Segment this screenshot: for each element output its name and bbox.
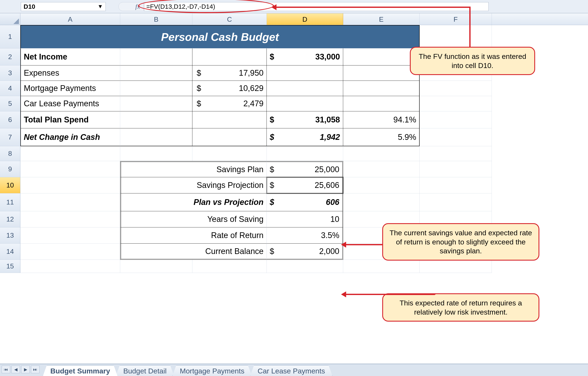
tab-nav-first[interactable]: ⏮ bbox=[2, 365, 10, 373]
cell-F15[interactable] bbox=[420, 260, 492, 273]
cell-C3[interactable]: $17,950 bbox=[192, 66, 267, 81]
cell-D4[interactable] bbox=[267, 81, 343, 96]
cell-B2[interactable] bbox=[120, 48, 192, 66]
tab-nav-next[interactable]: ▶ bbox=[21, 365, 30, 373]
cell-E9[interactable] bbox=[343, 161, 420, 177]
cell-D14[interactable]: $2,000 bbox=[267, 243, 343, 260]
tab-car-lease-payments[interactable]: Car Lease Payments bbox=[250, 365, 333, 376]
row-header-5[interactable]: 5 bbox=[0, 96, 20, 111]
cell-A15[interactable] bbox=[20, 260, 120, 273]
cell-B4[interactable] bbox=[120, 81, 192, 96]
cell-E2[interactable] bbox=[343, 48, 420, 66]
cell-D11[interactable]: $606 bbox=[267, 193, 343, 211]
row-header-2[interactable]: 2 bbox=[0, 48, 20, 66]
cell-D2[interactable]: $33,000 bbox=[267, 48, 343, 66]
cell-F9[interactable] bbox=[420, 161, 492, 177]
cell-D3[interactable] bbox=[267, 66, 343, 81]
cell-A4[interactable]: Mortgage Payments bbox=[20, 81, 120, 96]
cell-B5[interactable] bbox=[120, 96, 192, 111]
cell-A5[interactable]: Car Lease Payments bbox=[20, 96, 120, 111]
col-header-B[interactable]: B bbox=[120, 13, 192, 25]
cell-F8[interactable] bbox=[420, 146, 492, 161]
row-header-7[interactable]: 7 bbox=[0, 128, 20, 146]
row-header-9[interactable]: 9 bbox=[0, 161, 20, 177]
cell-C2[interactable] bbox=[192, 48, 267, 66]
tab-budget-summary[interactable]: Budget Summary bbox=[43, 365, 118, 376]
cell-A3[interactable]: Expenses bbox=[20, 66, 120, 81]
cell-F11[interactable] bbox=[420, 193, 492, 211]
cell-B7[interactable] bbox=[120, 128, 192, 146]
cell-E3[interactable] bbox=[343, 66, 420, 81]
cell-D13[interactable]: 3.5% bbox=[267, 227, 343, 243]
cell-B6[interactable] bbox=[120, 111, 192, 128]
col-header-D[interactable]: D bbox=[267, 13, 343, 25]
tab-budget-detail[interactable]: Budget Detail bbox=[116, 365, 174, 376]
cell-A6[interactable]: Total Plan Spend bbox=[20, 111, 120, 128]
name-box-dropdown-icon[interactable]: ▼ bbox=[97, 3, 103, 10]
cell-E8[interactable] bbox=[343, 146, 420, 161]
cell-C6[interactable] bbox=[192, 111, 267, 128]
cell-D9[interactable]: $25,000 bbox=[267, 161, 343, 177]
row-header-12[interactable]: 12 bbox=[0, 211, 20, 227]
cell-C5[interactable]: $2,479 bbox=[192, 96, 267, 111]
cell-B15[interactable] bbox=[120, 260, 192, 273]
cell-E15[interactable] bbox=[343, 260, 420, 273]
cell-F10[interactable] bbox=[420, 177, 492, 193]
row-header-3[interactable]: 3 bbox=[0, 66, 20, 81]
tab-nav-prev[interactable]: ◀ bbox=[11, 365, 20, 373]
col-header-A[interactable]: A bbox=[20, 13, 120, 25]
title-cell[interactable]: Personal Cash Budget bbox=[20, 25, 420, 48]
cell-D7[interactable]: $1,942 bbox=[267, 128, 343, 146]
cell-BC11[interactable]: Plan vs Projection bbox=[120, 193, 267, 211]
cell-D8[interactable] bbox=[267, 146, 343, 161]
row-header-15[interactable]: 15 bbox=[0, 260, 20, 273]
cell-A12[interactable] bbox=[20, 211, 120, 227]
cell-A9[interactable] bbox=[20, 161, 120, 177]
cell-F6[interactable] bbox=[420, 111, 492, 128]
cell-E11[interactable] bbox=[343, 193, 420, 211]
cell-E6[interactable]: 94.1% bbox=[343, 111, 420, 128]
cell-D5[interactable] bbox=[267, 96, 343, 111]
cell-C15[interactable] bbox=[192, 260, 267, 273]
cell-A14[interactable] bbox=[20, 243, 120, 260]
tab-mortgage-payments[interactable]: Mortgage Payments bbox=[172, 365, 252, 376]
cell-A10[interactable] bbox=[20, 177, 120, 193]
cell-C4[interactable]: $10,629 bbox=[192, 81, 267, 96]
cell-B3[interactable] bbox=[120, 66, 192, 81]
cell-B8[interactable] bbox=[120, 146, 192, 161]
cell-F7[interactable] bbox=[420, 128, 492, 146]
col-header-E[interactable]: E bbox=[343, 13, 420, 25]
cell-C8[interactable] bbox=[192, 146, 267, 161]
cell-BC14[interactable]: Current Balance bbox=[120, 243, 267, 260]
row-header-6[interactable]: 6 bbox=[0, 111, 20, 128]
cell-F1[interactable] bbox=[420, 25, 492, 48]
row-header-14[interactable]: 14 bbox=[0, 243, 20, 260]
tab-nav-last[interactable]: ⏭ bbox=[31, 365, 40, 373]
row-header-8[interactable]: 8 bbox=[0, 146, 20, 161]
cell-D12[interactable]: 10 bbox=[267, 211, 343, 227]
cell-A11[interactable] bbox=[20, 193, 120, 211]
cell-BC9[interactable]: Savings Plan bbox=[120, 161, 267, 177]
cell-D10-active[interactable]: $25,606 bbox=[267, 177, 343, 193]
cell-BC10[interactable]: Savings Projection bbox=[120, 177, 267, 193]
row-header-11[interactable]: 11 bbox=[0, 193, 20, 211]
row-header-4[interactable]: 4 bbox=[0, 81, 20, 96]
cell-A2[interactable]: Net Income bbox=[20, 48, 120, 66]
cell-BC12[interactable]: Years of Saving bbox=[120, 211, 267, 227]
cell-C7[interactable] bbox=[192, 128, 267, 146]
cell-D15[interactable] bbox=[267, 260, 343, 273]
cell-A13[interactable] bbox=[20, 227, 120, 243]
cell-A7[interactable]: Net Change in Cash bbox=[20, 128, 120, 146]
cell-F4[interactable] bbox=[420, 81, 492, 96]
col-header-C[interactable]: C bbox=[192, 13, 267, 25]
cell-E5[interactable] bbox=[343, 96, 420, 111]
select-all-corner[interactable] bbox=[0, 13, 20, 25]
row-header-1[interactable]: 1 bbox=[0, 25, 20, 48]
col-header-F[interactable]: F bbox=[420, 13, 492, 25]
cell-E10[interactable] bbox=[343, 177, 420, 193]
row-header-10[interactable]: 10 bbox=[0, 177, 20, 193]
cell-F5[interactable] bbox=[420, 96, 492, 111]
name-box[interactable]: D10 ▼ bbox=[21, 2, 106, 11]
insert-function-button[interactable]: fx bbox=[118, 2, 144, 11]
cell-BC13[interactable]: Rate of Return bbox=[120, 227, 267, 243]
